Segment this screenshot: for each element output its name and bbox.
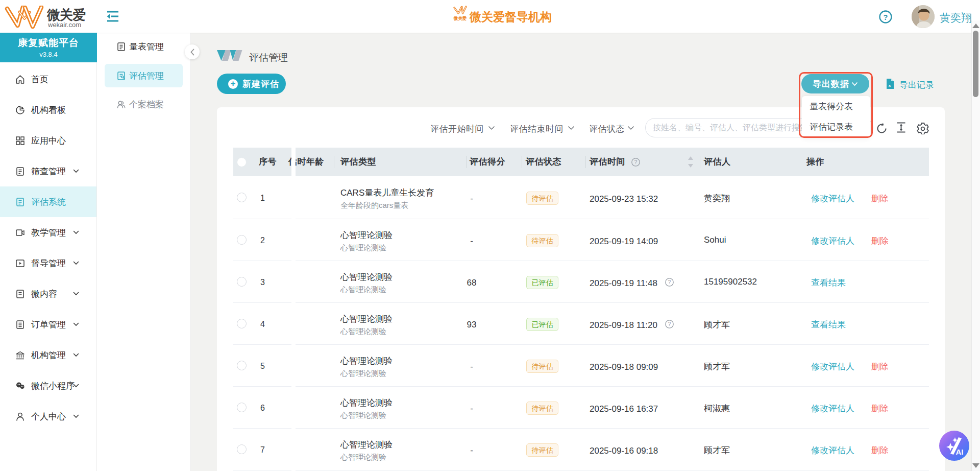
svg-text:?: ? xyxy=(668,279,671,285)
svg-text:x: x xyxy=(889,83,891,88)
svg-text:AI: AI xyxy=(956,448,964,456)
svg-text:微关爱: 微关爱 xyxy=(453,16,467,21)
svg-text:?: ? xyxy=(668,321,671,327)
svg-text:?: ? xyxy=(884,13,888,21)
svg-text:?: ? xyxy=(634,159,638,165)
